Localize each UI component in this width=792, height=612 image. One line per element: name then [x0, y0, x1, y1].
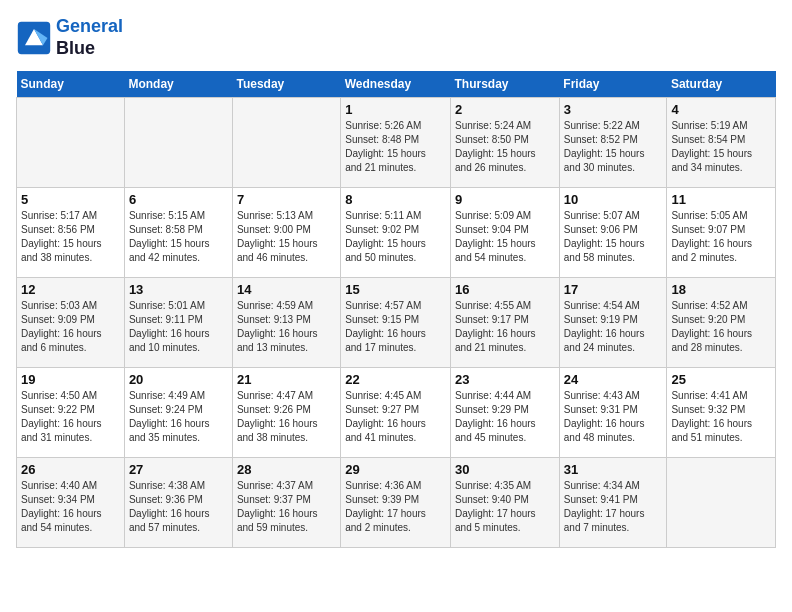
day-number: 27 [129, 462, 228, 477]
day-number: 10 [564, 192, 663, 207]
calendar-table: SundayMondayTuesdayWednesdayThursdayFrid… [16, 71, 776, 548]
calendar-cell: 11Sunrise: 5:05 AM Sunset: 9:07 PM Dayli… [667, 188, 776, 278]
logo-icon [16, 20, 52, 56]
day-number: 2 [455, 102, 555, 117]
day-number: 1 [345, 102, 446, 117]
calendar-cell: 10Sunrise: 5:07 AM Sunset: 9:06 PM Dayli… [559, 188, 667, 278]
calendar-cell: 17Sunrise: 4:54 AM Sunset: 9:19 PM Dayli… [559, 278, 667, 368]
day-info: Sunrise: 5:05 AM Sunset: 9:07 PM Dayligh… [671, 209, 771, 265]
calendar-cell: 20Sunrise: 4:49 AM Sunset: 9:24 PM Dayli… [124, 368, 232, 458]
calendar-cell: 8Sunrise: 5:11 AM Sunset: 9:02 PM Daylig… [341, 188, 451, 278]
calendar-cell: 12Sunrise: 5:03 AM Sunset: 9:09 PM Dayli… [17, 278, 125, 368]
header-cell-sunday: Sunday [17, 71, 125, 98]
calendar-cell: 4Sunrise: 5:19 AM Sunset: 8:54 PM Daylig… [667, 98, 776, 188]
day-number: 14 [237, 282, 336, 297]
calendar-cell: 25Sunrise: 4:41 AM Sunset: 9:32 PM Dayli… [667, 368, 776, 458]
day-number: 4 [671, 102, 771, 117]
day-info: Sunrise: 4:37 AM Sunset: 9:37 PM Dayligh… [237, 479, 336, 535]
calendar-cell: 23Sunrise: 4:44 AM Sunset: 9:29 PM Dayli… [451, 368, 560, 458]
day-info: Sunrise: 4:49 AM Sunset: 9:24 PM Dayligh… [129, 389, 228, 445]
day-info: Sunrise: 5:15 AM Sunset: 8:58 PM Dayligh… [129, 209, 228, 265]
day-info: Sunrise: 4:35 AM Sunset: 9:40 PM Dayligh… [455, 479, 555, 535]
day-number: 31 [564, 462, 663, 477]
day-number: 21 [237, 372, 336, 387]
day-info: Sunrise: 5:11 AM Sunset: 9:02 PM Dayligh… [345, 209, 446, 265]
calendar-cell: 7Sunrise: 5:13 AM Sunset: 9:00 PM Daylig… [232, 188, 340, 278]
header-cell-thursday: Thursday [451, 71, 560, 98]
day-info: Sunrise: 4:44 AM Sunset: 9:29 PM Dayligh… [455, 389, 555, 445]
header-cell-monday: Monday [124, 71, 232, 98]
day-info: Sunrise: 4:38 AM Sunset: 9:36 PM Dayligh… [129, 479, 228, 535]
day-number: 17 [564, 282, 663, 297]
day-info: Sunrise: 5:13 AM Sunset: 9:00 PM Dayligh… [237, 209, 336, 265]
day-info: Sunrise: 5:03 AM Sunset: 9:09 PM Dayligh… [21, 299, 120, 355]
header-cell-friday: Friday [559, 71, 667, 98]
day-number: 15 [345, 282, 446, 297]
page-header: General Blue [16, 16, 776, 59]
calendar-cell: 22Sunrise: 4:45 AM Sunset: 9:27 PM Dayli… [341, 368, 451, 458]
day-info: Sunrise: 5:17 AM Sunset: 8:56 PM Dayligh… [21, 209, 120, 265]
day-number: 24 [564, 372, 663, 387]
calendar-week-row: 5Sunrise: 5:17 AM Sunset: 8:56 PM Daylig… [17, 188, 776, 278]
calendar-cell: 30Sunrise: 4:35 AM Sunset: 9:40 PM Dayli… [451, 458, 560, 548]
day-number: 20 [129, 372, 228, 387]
day-info: Sunrise: 4:43 AM Sunset: 9:31 PM Dayligh… [564, 389, 663, 445]
calendar-cell: 16Sunrise: 4:55 AM Sunset: 9:17 PM Dayli… [451, 278, 560, 368]
calendar-cell: 26Sunrise: 4:40 AM Sunset: 9:34 PM Dayli… [17, 458, 125, 548]
calendar-week-row: 19Sunrise: 4:50 AM Sunset: 9:22 PM Dayli… [17, 368, 776, 458]
day-info: Sunrise: 5:26 AM Sunset: 8:48 PM Dayligh… [345, 119, 446, 175]
day-number: 6 [129, 192, 228, 207]
day-info: Sunrise: 4:47 AM Sunset: 9:26 PM Dayligh… [237, 389, 336, 445]
day-number: 12 [21, 282, 120, 297]
day-number: 28 [237, 462, 336, 477]
calendar-cell: 2Sunrise: 5:24 AM Sunset: 8:50 PM Daylig… [451, 98, 560, 188]
day-info: Sunrise: 5:09 AM Sunset: 9:04 PM Dayligh… [455, 209, 555, 265]
day-number: 9 [455, 192, 555, 207]
day-info: Sunrise: 5:22 AM Sunset: 8:52 PM Dayligh… [564, 119, 663, 175]
header-cell-saturday: Saturday [667, 71, 776, 98]
calendar-cell: 5Sunrise: 5:17 AM Sunset: 8:56 PM Daylig… [17, 188, 125, 278]
day-number: 7 [237, 192, 336, 207]
day-number: 8 [345, 192, 446, 207]
calendar-cell [667, 458, 776, 548]
calendar-week-row: 12Sunrise: 5:03 AM Sunset: 9:09 PM Dayli… [17, 278, 776, 368]
calendar-cell: 1Sunrise: 5:26 AM Sunset: 8:48 PM Daylig… [341, 98, 451, 188]
calendar-cell: 6Sunrise: 5:15 AM Sunset: 8:58 PM Daylig… [124, 188, 232, 278]
day-info: Sunrise: 4:34 AM Sunset: 9:41 PM Dayligh… [564, 479, 663, 535]
calendar-cell: 3Sunrise: 5:22 AM Sunset: 8:52 PM Daylig… [559, 98, 667, 188]
calendar-week-row: 26Sunrise: 4:40 AM Sunset: 9:34 PM Dayli… [17, 458, 776, 548]
day-info: Sunrise: 4:52 AM Sunset: 9:20 PM Dayligh… [671, 299, 771, 355]
calendar-cell [124, 98, 232, 188]
calendar-cell [17, 98, 125, 188]
day-number: 5 [21, 192, 120, 207]
day-number: 18 [671, 282, 771, 297]
calendar-cell: 31Sunrise: 4:34 AM Sunset: 9:41 PM Dayli… [559, 458, 667, 548]
calendar-week-row: 1Sunrise: 5:26 AM Sunset: 8:48 PM Daylig… [17, 98, 776, 188]
calendar-header-row: SundayMondayTuesdayWednesdayThursdayFrid… [17, 71, 776, 98]
day-info: Sunrise: 4:55 AM Sunset: 9:17 PM Dayligh… [455, 299, 555, 355]
day-info: Sunrise: 4:45 AM Sunset: 9:27 PM Dayligh… [345, 389, 446, 445]
day-number: 16 [455, 282, 555, 297]
calendar-cell: 24Sunrise: 4:43 AM Sunset: 9:31 PM Dayli… [559, 368, 667, 458]
day-number: 30 [455, 462, 555, 477]
day-number: 3 [564, 102, 663, 117]
calendar-cell [232, 98, 340, 188]
day-info: Sunrise: 5:07 AM Sunset: 9:06 PM Dayligh… [564, 209, 663, 265]
logo-text: General Blue [56, 16, 123, 59]
day-info: Sunrise: 4:57 AM Sunset: 9:15 PM Dayligh… [345, 299, 446, 355]
day-info: Sunrise: 5:19 AM Sunset: 8:54 PM Dayligh… [671, 119, 771, 175]
day-number: 19 [21, 372, 120, 387]
day-info: Sunrise: 5:24 AM Sunset: 8:50 PM Dayligh… [455, 119, 555, 175]
calendar-cell: 21Sunrise: 4:47 AM Sunset: 9:26 PM Dayli… [232, 368, 340, 458]
day-number: 11 [671, 192, 771, 207]
calendar-cell: 28Sunrise: 4:37 AM Sunset: 9:37 PM Dayli… [232, 458, 340, 548]
day-number: 26 [21, 462, 120, 477]
calendar-cell: 19Sunrise: 4:50 AM Sunset: 9:22 PM Dayli… [17, 368, 125, 458]
calendar-cell: 27Sunrise: 4:38 AM Sunset: 9:36 PM Dayli… [124, 458, 232, 548]
day-info: Sunrise: 4:54 AM Sunset: 9:19 PM Dayligh… [564, 299, 663, 355]
calendar-cell: 15Sunrise: 4:57 AM Sunset: 9:15 PM Dayli… [341, 278, 451, 368]
day-info: Sunrise: 4:41 AM Sunset: 9:32 PM Dayligh… [671, 389, 771, 445]
day-info: Sunrise: 5:01 AM Sunset: 9:11 PM Dayligh… [129, 299, 228, 355]
day-number: 13 [129, 282, 228, 297]
day-info: Sunrise: 4:40 AM Sunset: 9:34 PM Dayligh… [21, 479, 120, 535]
